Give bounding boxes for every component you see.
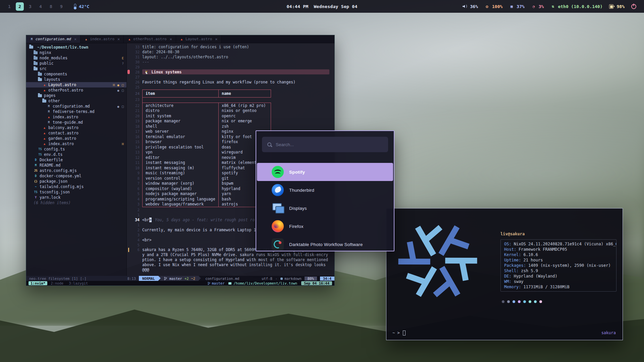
editor-tab[interactable]: ▲ index.astro × (80, 35, 124, 43)
close-icon[interactable]: × (74, 37, 76, 42)
bar-module[interactable]: eth0 (10.0.0.140) (550, 4, 602, 9)
workspace-button[interactable]: 9 (57, 2, 65, 11)
tree-item[interactable]: ▲ garden.astro (26, 136, 126, 141)
tree-item[interactable]: ▲ balcony.astro (26, 125, 126, 130)
tree-item-label: public (40, 61, 54, 66)
powerline-separator (199, 276, 201, 281)
tree-item[interactable]: D Dockerfile (26, 157, 126, 163)
tree-item[interactable]: node_modules E (26, 55, 126, 61)
bar-module[interactable]: 100% (484, 4, 502, 9)
tree-item[interactable]: M README.md (26, 163, 126, 168)
info-value: 1409 (nix-system), 2590 (nix-user) (528, 263, 611, 268)
launcher-entry[interactable]: Firefox (257, 217, 393, 235)
info-key: DE: (504, 274, 512, 279)
tree-item[interactable]: pages (26, 93, 126, 98)
tree-item[interactable]: M configuration.md ● □ (26, 104, 126, 109)
tree-item[interactable]: components (26, 71, 126, 77)
app-name: Spotify (289, 170, 305, 175)
git-status-badge: ? (122, 62, 124, 65)
markdown-icon: M (47, 110, 51, 113)
search-input[interactable] (276, 142, 383, 147)
tree-item[interactable]: JS astro.config.mjs (26, 168, 126, 173)
workspace-button[interactable]: 3 (26, 2, 34, 11)
search-box[interactable] (262, 137, 388, 152)
info-key: Uptime: (504, 258, 521, 262)
filetype: markdown (280, 277, 302, 281)
launcher-entry[interactable]: Spotify (257, 163, 393, 181)
line-number: 18 (135, 124, 140, 128)
app-name: Displays (289, 206, 307, 211)
line-number: 25 (130, 85, 140, 89)
close-icon[interactable]: × (117, 37, 120, 42)
line-number: 3 (130, 233, 140, 237)
table-row: 15 browser firefox (143, 139, 271, 145)
tree-item[interactable]: src (26, 66, 126, 71)
line-number: 14 (135, 145, 140, 149)
table-cell-item: window manager (xorg) (143, 181, 218, 186)
editor-tab[interactable]: ▲ otherPost.astro × (124, 35, 176, 43)
tree-item[interactable]: (6 hidden items) (26, 200, 126, 205)
tree-item[interactable]: TS env.d.ts (26, 152, 126, 157)
tmux-window[interactable]: 2:node (49, 281, 65, 285)
tree-item[interactable]: ~ tailwind.config.mjs (26, 184, 126, 189)
line-number: 9 (138, 171, 140, 175)
editor-line: 27 (127, 74, 334, 79)
tree-item[interactable]: Y yarn.lock (26, 195, 126, 200)
workspace-button[interactable]: 4 (37, 2, 45, 11)
workspace-button[interactable]: 2 (16, 2, 24, 11)
workspace-button[interactable]: 1 (5, 2, 13, 11)
bar-module[interactable]: 37% (509, 4, 524, 9)
shell-prompt-line[interactable]: ~ > sakura (392, 330, 616, 336)
tree-item[interactable]: layouts (26, 77, 126, 82)
info-key: Memory: (504, 285, 521, 289)
markdown-icon: M (30, 38, 34, 41)
clock[interactable]: 04:44 PM Wednesday Sep 04 (286, 4, 357, 9)
tree-item-label: layouts (44, 77, 60, 82)
table-cell-item: package manager (143, 119, 218, 123)
tree-item[interactable]: ▲ contact.astro (26, 130, 126, 136)
bar-module[interactable]: 36% (463, 4, 478, 9)
tree-item[interactable]: M tone-guide.md (26, 120, 126, 125)
close-icon[interactable]: × (215, 37, 217, 42)
folder-icon (38, 78, 42, 81)
folder-icon (34, 67, 38, 70)
tree-item[interactable]: ▲ otherPost.astro ● □ (26, 87, 126, 93)
bar-module[interactable]: 3% (531, 4, 544, 9)
tree-item[interactable]: M fediverse-terms.md (26, 109, 126, 114)
launcher-entry[interactable]: Darktable Photo Workflow Software (257, 235, 393, 251)
info-key: Host: (504, 247, 516, 252)
table-row: 17 web server nginx (143, 129, 271, 134)
tree-item[interactable]: ▲ index.astro H (26, 141, 126, 146)
workspace-button[interactable]: 8 (47, 2, 55, 11)
tree-item-label: tsconfig.json (40, 190, 70, 194)
bar-module[interactable] (631, 4, 639, 9)
table-cell-name: nixos or gentoo (218, 108, 271, 114)
tree-item[interactable]: nginx (26, 50, 126, 55)
tmux-window[interactable]: 3:lazygit (67, 281, 90, 285)
tree-item[interactable]: ▲ Layout.astro H ● □ (26, 82, 126, 87)
editor-line: 30 --- (127, 59, 334, 64)
tree-item[interactable]: ▲ index.astro (26, 114, 126, 120)
close-icon[interactable]: × (170, 37, 172, 42)
astro-icon: ▲ (42, 83, 47, 86)
tmux-window[interactable]: 1:nvim* (29, 281, 47, 285)
table-row: 5 nodejs package manager yarn (143, 191, 271, 197)
tree-item[interactable]: public ? (26, 61, 126, 66)
tree-item[interactable]: TS config.ts (26, 146, 126, 152)
tree-item[interactable]: {} package.json (26, 179, 126, 184)
info-value: Hyprland (Wayland) (514, 274, 557, 279)
tree-item-label: other (48, 99, 60, 103)
info-value: NixOS 24.11.20240828.71e91c4 (Vicuna) x8… (514, 242, 616, 246)
firefox-icon (272, 220, 284, 232)
editor-tab[interactable]: M configuration.md × (26, 35, 80, 43)
line-number: 15 (135, 140, 140, 144)
tree-item[interactable]: D docker-compose.yml (26, 173, 126, 179)
tree-item[interactable]: other (26, 98, 126, 104)
tree-item[interactable]: TS tsconfig.json (26, 189, 126, 195)
tree-root[interactable]: ~/Development/liv.town (26, 44, 126, 50)
launcher-entry[interactable]: Displays (257, 199, 393, 217)
palette-dot (507, 300, 510, 303)
launcher-entry[interactable]: Thunderbird (257, 181, 393, 199)
editor-tab[interactable]: ▲ Layout.astro × (176, 35, 222, 43)
bar-module[interactable]: 98% (609, 4, 625, 9)
